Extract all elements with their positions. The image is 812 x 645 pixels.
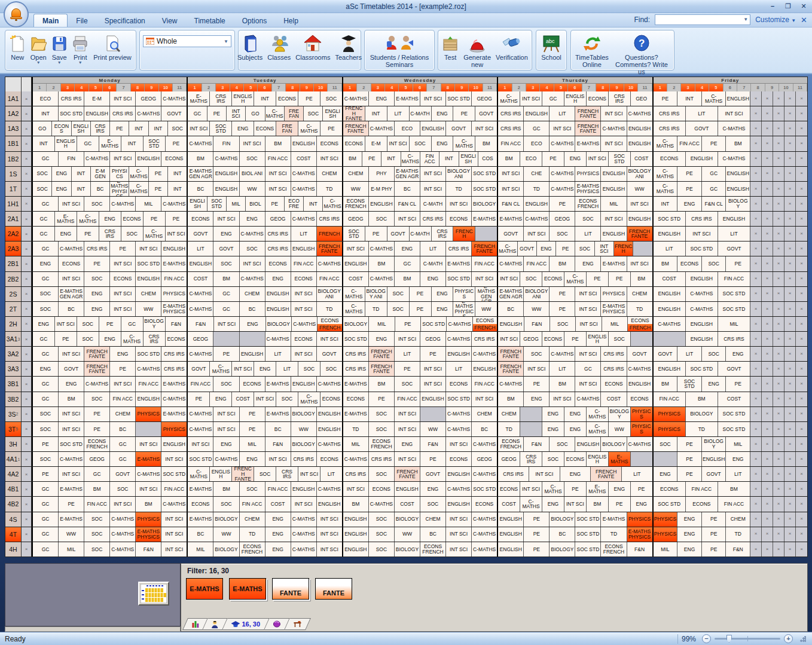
- timetable-card[interactable]: ECONS FRENCH: [240, 542, 265, 557]
- timetable-card[interactable]: INT SCI: [291, 497, 317, 511]
- minimize-button[interactable]: –: [768, 2, 777, 10]
- timetable-card[interactable]: INT SCI: [136, 437, 161, 451]
- timetable-card[interactable]: ENG: [84, 302, 110, 316]
- timetable-card[interactable]: CRS IRS: [498, 121, 524, 136]
- period-header[interactable]: 7: [117, 84, 130, 91]
- new-button[interactable]: New: [8, 33, 27, 62]
- row-clear-cell[interactable]: ×: [22, 302, 32, 316]
- period-header[interactable]: 2: [47, 84, 60, 91]
- timetable-card[interactable]: GC: [33, 242, 59, 256]
- timetable-card[interactable]: C-MATHS: [446, 332, 472, 346]
- class-label-1B1[interactable]: 1B1: [5, 136, 22, 151]
- timetable-card[interactable]: INT SCI: [240, 136, 265, 151]
- card-e-maths[interactable]: E-MATHS: [186, 578, 223, 600]
- timetable-card[interactable]: CHEM: [498, 407, 520, 421]
- timetable-card[interactable]: GOVT: [161, 106, 187, 121]
- timetable-card[interactable]: INT SCI: [686, 227, 718, 241]
- timetable-card[interactable]: CRS IRS: [686, 212, 718, 226]
- timetable-card[interactable]: INT SCI: [498, 167, 524, 181]
- timetable-card[interactable]: SOC: [609, 332, 631, 346]
- timetable-card[interactable]: BIOLOGY ANI: [317, 287, 342, 301]
- timetable-card[interactable]: C-MATHS: [110, 542, 136, 557]
- timetable-card[interactable]: C-MATHS: [587, 407, 609, 421]
- timetable-card[interactable]: C-MATHS: [188, 407, 213, 421]
- timetable-card[interactable]: BIOLOGY ANI: [446, 167, 472, 181]
- empty-slot[interactable]: [213, 332, 239, 346]
- timetable-card[interactable]: C-MATHS: [718, 121, 750, 136]
- class-label-2T[interactable]: 2T: [5, 302, 22, 316]
- timetable-card[interactable]: SOC STD: [575, 542, 601, 557]
- timetable-card[interactable]: SOC: [110, 482, 136, 496]
- period-header[interactable]: 9: [455, 84, 469, 91]
- timetable-card[interactable]: GEOG: [550, 212, 575, 226]
- timetable-card[interactable]: E-MATHS GEN AGR: [475, 287, 497, 301]
- timetable-card[interactable]: ENGLISH: [601, 227, 627, 241]
- empty-slot[interactable]: [633, 242, 652, 256]
- timetable-card[interactable]: TD: [365, 302, 387, 316]
- row-clear-cell[interactable]: ×: [22, 362, 32, 376]
- timetable-card[interactable]: C-MATHS: [265, 106, 285, 121]
- class-label-3A2[interactable]: 3A2: [5, 347, 22, 361]
- timetable-card[interactable]: ECONS: [446, 377, 472, 391]
- timetable-card[interactable]: C-MATHS: [188, 467, 210, 481]
- timetable-card[interactable]: GC: [33, 227, 55, 241]
- timetable-card[interactable]: C-MATHS: [627, 106, 652, 121]
- timetable-card[interactable]: INT SCI: [420, 377, 446, 391]
- timetable-card[interactable]: SOC STD: [575, 512, 601, 527]
- period-header[interactable]: 5: [244, 84, 258, 91]
- timetable-card[interactable]: BM: [343, 152, 362, 166]
- timetable-card[interactable]: PE: [726, 256, 750, 271]
- timetable-card[interactable]: GOVT: [110, 467, 136, 481]
- timetable-card[interactable]: GOVT: [518, 242, 537, 256]
- timetable-card[interactable]: ENGLISH: [627, 121, 652, 136]
- timetable-card[interactable]: E-MATHS: [265, 377, 291, 391]
- timetable-card[interactable]: ECONS: [654, 482, 686, 496]
- timetable-card[interactable]: CRS IRS: [276, 467, 298, 481]
- period-header[interactable]: 7: [737, 84, 751, 91]
- timetable-card[interactable]: INT SCI: [550, 392, 575, 406]
- period-header[interactable]: 6: [258, 84, 271, 91]
- timetable-card[interactable]: BC: [420, 527, 446, 542]
- timetable-card[interactable]: C-MATHS: [317, 437, 342, 451]
- timetable-card[interactable]: ENGLISH: [564, 91, 587, 106]
- period-header[interactable]: 11: [173, 84, 187, 91]
- period-header[interactable]: 2: [667, 84, 681, 91]
- timetable-card[interactable]: ENG: [609, 482, 631, 496]
- timetable-card[interactable]: GC: [84, 467, 110, 481]
- timetable-card[interactable]: C-MATHS: [240, 227, 265, 241]
- timetable-card[interactable]: SOC: [550, 437, 575, 451]
- timetable-card[interactable]: WW: [343, 182, 369, 196]
- timetable-card[interactable]: FRENCH FANTE: [591, 467, 622, 481]
- timetable-card[interactable]: SOC STD: [472, 167, 497, 181]
- timetable-card[interactable]: LIT: [686, 106, 718, 121]
- timetable-card[interactable]: C-MATH: [410, 227, 432, 241]
- timetable-card[interactable]: GC: [542, 91, 564, 106]
- tab-specification[interactable]: Specification: [96, 14, 154, 27]
- period-header[interactable]: 4: [385, 84, 399, 91]
- timetable-card[interactable]: FIN ACC: [265, 152, 291, 166]
- timetable-card[interactable]: LIT: [677, 347, 702, 361]
- timetable-card[interactable]: FIN ACC: [472, 256, 497, 271]
- timetable-card[interactable]: PHYSICS: [627, 512, 652, 527]
- timetable-card[interactable]: ENG: [59, 377, 84, 391]
- timetable-card[interactable]: GC: [702, 167, 726, 181]
- timetable-card[interactable]: COST: [498, 497, 520, 511]
- timetable-card[interactable]: BIOLOGY: [266, 317, 292, 331]
- timetable-card[interactable]: INT SCI: [213, 212, 239, 226]
- period-header[interactable]: 5: [554, 84, 568, 91]
- timetable-card[interactable]: ENG: [265, 542, 291, 557]
- timetable-card[interactable]: GEOG: [188, 332, 213, 346]
- timetable-card[interactable]: C-MATHS: [472, 527, 497, 542]
- timetable-card[interactable]: BIOLOGY: [291, 407, 317, 421]
- timetable-card[interactable]: ENG: [265, 272, 291, 286]
- timetable-card[interactable]: PHYSICS: [654, 422, 686, 436]
- timetable-card[interactable]: ECONS: [542, 272, 564, 286]
- timetable-card[interactable]: PHYSICS: [161, 287, 187, 301]
- timetable-card[interactable]: INT SCI: [110, 302, 136, 316]
- timetable-card[interactable]: ECONS: [542, 332, 564, 346]
- timetable-card[interactable]: ENG: [213, 227, 239, 241]
- timetable-card[interactable]: ENG: [265, 527, 291, 542]
- timetable-card[interactable]: PE: [240, 422, 265, 436]
- class-label-3H[interactable]: 3H: [5, 437, 22, 451]
- timetable-card[interactable]: ENG: [677, 512, 702, 527]
